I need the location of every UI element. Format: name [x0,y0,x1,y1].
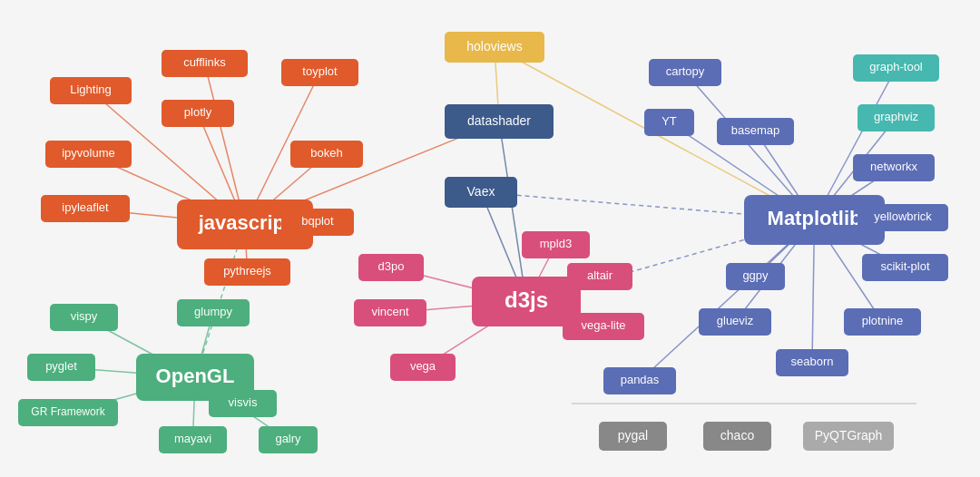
node-lighting: Lighting [50,77,132,104]
node-label-ggpy: ggpy [742,268,769,282]
node-d3po: d3po [358,254,424,281]
node-ipyvolume: ipyvolume [45,141,132,168]
node-toyplot: toyplot [281,59,358,86]
node-vispy: vispy [50,304,118,331]
node-label-toyplot: toyplot [302,64,338,78]
node-vegalite: vega-lite [563,313,644,340]
node-ipyleaflet: ipyleaflet [41,195,130,222]
node-graphtool: graph-tool [853,54,939,82]
node-pyglet: pyglet [27,354,95,381]
node-pandas: pandas [603,367,676,394]
node-label-matplotlib: Matplotlib [768,207,862,229]
node-bokeh: bokeh [290,141,363,168]
node-networkx: networkx [853,154,935,181]
node-label-yellowbrick: yellowbrick [874,209,932,223]
node-yt: YT [644,109,694,136]
node-label-visvis: visvis [229,395,258,409]
node-cufflinks: cufflinks [162,50,248,77]
node-label-scikitplot: scikit-plot [880,259,930,273]
node-label-graphviz: graphviz [874,110,919,123]
node-label-opengl: OpenGL [156,365,235,387]
node-label-altair: altair [587,268,613,282]
node-ggpy: ggpy [726,263,785,290]
node-label-grframework: GR Framework [31,405,105,418]
node-label-glueviz: glueviz [717,314,754,327]
node-plotly: plotly [162,100,234,127]
node-label-seaborn: seaborn [791,355,834,368]
node-label-pyglet: pyglet [45,359,77,373]
node-label-d3js: d3js [505,287,548,312]
node-label-mpld3: mpld3 [540,237,572,250]
node-datashader: datashader [445,104,554,139]
node-label-mayavi: mayavi [174,432,211,445]
node-label-d3po: d3po [378,259,405,273]
node-glumpy: glumpy [177,299,250,326]
node-label-vaex: Vaex [467,184,495,199]
node-label-graphtool: graph-tool [869,60,923,73]
node-label-lighting: Lighting [70,83,112,96]
node-label-networkx: networkx [870,160,918,173]
node-label-ipyleaflet: ipyleaflet [62,200,109,214]
node-grframework: GR Framework [18,399,118,426]
node-bqplot: bqplot [281,209,354,236]
node-label-plotnine: plotnine [862,314,904,327]
svg-line-25 [499,122,526,302]
node-label-vegalite: vega-lite [581,318,625,332]
node-label-cartopy: cartopy [666,64,705,78]
node-graphviz: graphviz [858,104,935,131]
node-label-yt: YT [662,114,677,128]
node-label-pandas: pandas [621,373,660,386]
node-label-plotly: plotly [184,105,212,119]
node-cartopy: cartopy [649,59,721,86]
node-label-vincent: vincent [371,305,409,318]
node-label-javascript: javascript [198,211,292,234]
node-mpld3: mpld3 [522,231,590,258]
node-label-vispy: vispy [71,309,98,323]
node-seaborn: seaborn [776,349,848,376]
node-label-vega: vega [410,359,436,373]
node-chaco: chaco [703,422,771,451]
node-label-chaco: chaco [720,428,755,443]
node-label-bokeh: bokeh [310,146,342,160]
node-label-holoviews: holoviews [466,39,522,54]
node-holoviews: holoviews [445,32,544,63]
node-pyqtgraph: PyQTGraph [803,422,894,451]
node-plotnine: plotnine [844,308,921,336]
node-label-bqplot: bqplot [301,214,334,228]
node-mayavi: mayavi [159,426,227,453]
node-label-pygal: pygal [618,428,648,443]
node-galry: galry [259,426,318,453]
node-label-glumpy: glumpy [194,305,232,318]
node-label-ipyvolume: ipyvolume [62,146,115,160]
node-basemap: basemap [717,118,794,145]
node-label-basemap: basemap [731,123,779,137]
node-yellowbrick: yellowbrick [858,204,948,231]
node-scikitplot: scikit-plot [862,254,948,281]
node-label-datashader: datashader [467,113,531,128]
node-vincent: vincent [354,299,426,326]
node-label-pythreejs: pythreejs [223,264,271,277]
node-visvis: visvis [209,390,277,417]
mind-map-svg: javascriptOpenGLd3jsMatplotlibdatashader… [0,0,980,477]
node-glueviz: glueviz [699,308,771,336]
node-pygal: pygal [599,422,667,451]
node-altair: altair [567,263,632,290]
node-label-pyqtgraph: PyQTGraph [815,428,883,443]
node-label-galry: galry [275,432,301,445]
node-label-cufflinks: cufflinks [183,55,226,69]
node-pythreejs: pythreejs [204,258,290,286]
node-vega: vega [390,354,456,381]
node-vaex: Vaex [445,177,517,208]
